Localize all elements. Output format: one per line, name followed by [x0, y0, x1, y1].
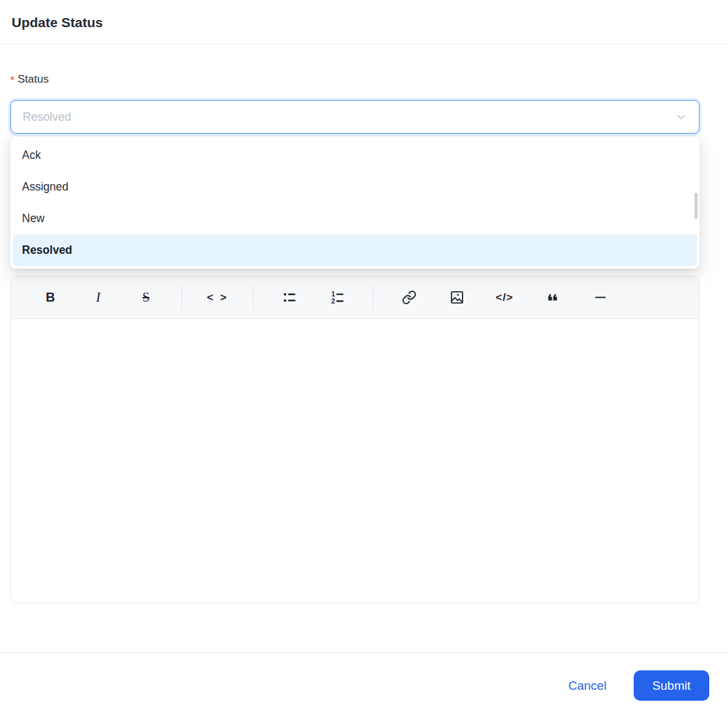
status-dropdown: Ack Assigned New Resolved	[10, 137, 700, 269]
svg-text:1: 1	[331, 291, 335, 298]
dropdown-option-assigned[interactable]: Assigned	[13, 171, 697, 203]
toolbar-divider	[182, 285, 182, 310]
bold-button[interactable]: B	[26, 284, 74, 311]
toolbar-divider	[253, 285, 254, 310]
dialog-header: Update Status	[0, 0, 728, 45]
code-block-icon: </>	[495, 291, 514, 304]
bold-icon: B	[46, 290, 55, 305]
status-field-label: * Status	[10, 72, 700, 87]
italic-button[interactable]: I	[74, 284, 122, 311]
link-icon	[402, 290, 417, 305]
dialog-body: * Status Resolved Ack Assigned New Resol…	[0, 45, 728, 603]
editor-toolbar: B I S < >	[11, 276, 699, 319]
image-icon	[450, 290, 464, 305]
svg-text:2: 2	[331, 298, 335, 305]
ordered-list-icon: 1 2	[330, 290, 345, 305]
page-title: Update Status	[12, 9, 716, 36]
code-block-button[interactable]: </>	[481, 284, 528, 311]
status-label: Status	[17, 73, 48, 86]
ordered-list-button[interactable]: 1 2	[313, 284, 361, 311]
italic-icon: I	[96, 289, 101, 305]
inline-code-icon: < >	[207, 291, 229, 304]
bullet-list-icon	[282, 290, 297, 305]
link-button[interactable]	[385, 284, 433, 311]
submit-button[interactable]: Submit	[634, 670, 709, 701]
dropdown-scrollbar-thumb[interactable]	[694, 192, 698, 219]
dropdown-option-new[interactable]: New	[13, 203, 697, 234]
required-marker: *	[10, 72, 14, 87]
strikethrough-icon: S	[142, 290, 149, 305]
toolbar-divider	[373, 285, 373, 310]
editor-content-area[interactable]	[11, 319, 699, 603]
status-select-value: Resolved	[23, 110, 675, 124]
rich-text-editor: B I S < >	[10, 276, 700, 603]
status-select[interactable]: Resolved	[10, 100, 700, 134]
dropdown-option-ack[interactable]: Ack	[13, 140, 697, 171]
update-status-dialog: Update Status * Status Resolved Ack Assi…	[0, 0, 728, 713]
strikethrough-button[interactable]: S	[122, 284, 170, 311]
quote-icon	[545, 290, 560, 305]
horizontal-rule-button[interactable]	[576, 284, 624, 311]
image-button[interactable]	[433, 284, 481, 311]
cancel-button[interactable]: Cancel	[563, 670, 612, 701]
chevron-down-icon	[675, 111, 687, 123]
dropdown-option-resolved[interactable]: Resolved	[13, 234, 697, 266]
bullet-list-button[interactable]	[265, 284, 313, 311]
blockquote-button[interactable]	[528, 284, 576, 311]
dialog-footer: Cancel Submit	[0, 652, 728, 713]
inline-code-button[interactable]: < >	[194, 284, 242, 311]
horizontal-rule-icon	[593, 290, 608, 305]
